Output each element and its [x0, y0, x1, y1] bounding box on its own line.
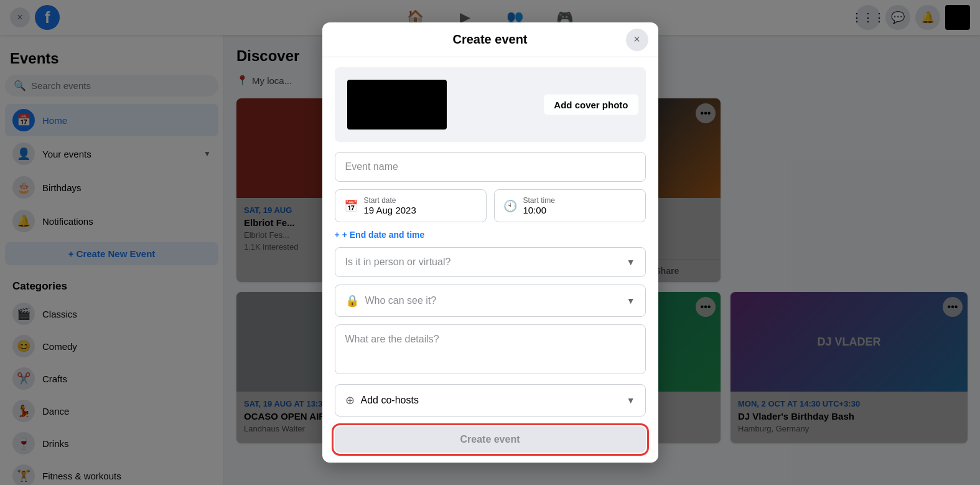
create-event-submit-button[interactable]: Create event: [335, 426, 646, 453]
event-name-field: [335, 152, 646, 182]
clock-icon: 🕙: [503, 199, 517, 213]
end-date-link[interactable]: + + End date and time: [335, 230, 646, 240]
chevron-down-icon-3: ▼: [627, 296, 635, 306]
add-cover-photo-button[interactable]: Add cover photo: [544, 95, 638, 115]
cover-photo-placeholder: [347, 80, 447, 129]
start-date-label: Start date: [364, 196, 416, 205]
who-can-see-label: Who can see it?: [365, 295, 627, 306]
start-time-label: Start time: [523, 196, 555, 205]
modal-title: Create event: [452, 32, 527, 47]
event-name-input[interactable]: [335, 152, 646, 182]
start-time-picker[interactable]: 🕙 Start time 10:00: [494, 189, 646, 222]
modal-header: Create event ×: [322, 22, 658, 57]
start-date-value: 19 Aug 2023: [364, 205, 416, 215]
start-time-value: 10:00: [523, 205, 555, 215]
who-can-see-select[interactable]: 🔒 Who can see it? ▼: [335, 285, 646, 317]
chevron-down-icon-2: ▼: [627, 257, 635, 267]
in-person-label: Is it in person or virtual?: [345, 257, 627, 268]
cover-photo-area: Add cover photo: [335, 67, 646, 142]
plus-icon: +: [335, 230, 340, 240]
modal-close-button[interactable]: ×: [626, 29, 648, 51]
chevron-down-icon-4: ▼: [627, 395, 635, 405]
create-event-modal: Create event × Add cover photo 📅: [322, 22, 658, 463]
date-time-row: 📅 Start date 19 Aug 2023 🕙 Start time 10…: [335, 189, 646, 222]
add-cohosts-label: Add co-hosts: [361, 395, 627, 406]
in-person-select[interactable]: Is it in person or virtual? ▼: [335, 247, 646, 277]
modal-overlay: Create event × Add cover photo 📅: [0, 0, 980, 485]
calendar-icon: 📅: [344, 199, 358, 213]
add-cohosts-row[interactable]: ⊕ Add co-hosts ▼: [335, 384, 646, 417]
plus-circle-icon: ⊕: [345, 393, 355, 407]
modal-body: Add cover photo 📅 Start date 19 Aug 2023…: [322, 57, 658, 463]
details-textarea[interactable]: [335, 324, 646, 374]
start-date-picker[interactable]: 📅 Start date 19 Aug 2023: [335, 189, 487, 222]
lock-icon: 🔒: [345, 294, 359, 308]
details-field: [335, 324, 646, 377]
